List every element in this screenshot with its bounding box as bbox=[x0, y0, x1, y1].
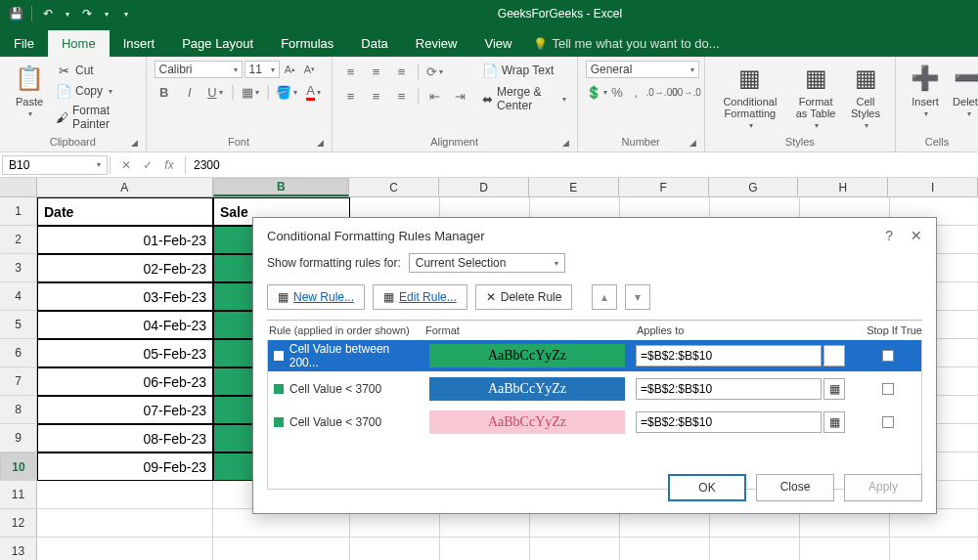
cell[interactable]: 04-Feb-23 bbox=[37, 311, 213, 339]
bold-button[interactable]: B bbox=[155, 81, 174, 103]
cell[interactable]: 01-Feb-23 bbox=[37, 226, 213, 254]
col-header-h[interactable]: H bbox=[798, 178, 888, 196]
col-header-g[interactable]: G bbox=[709, 178, 799, 196]
ok-button[interactable]: OK bbox=[668, 474, 746, 501]
align-left-icon[interactable]: ≡ bbox=[340, 85, 362, 107]
cell[interactable] bbox=[620, 538, 710, 560]
close-button[interactable]: Close bbox=[756, 474, 834, 501]
format-painter-button[interactable]: 🖌Format Painter bbox=[53, 102, 138, 133]
fx-icon[interactable]: fx bbox=[159, 158, 179, 172]
currency-icon[interactable]: 💲▾ bbox=[586, 81, 607, 103]
tab-review[interactable]: Review bbox=[402, 30, 471, 57]
row-header-11[interactable]: 11 bbox=[0, 481, 37, 509]
rule-row-2[interactable]: Cell Value < 3700 AaBbCcYyZz ▦ bbox=[268, 373, 921, 405]
row-header-2[interactable]: 2 bbox=[0, 226, 37, 254]
enter-formula-icon[interactable]: ✓ bbox=[138, 158, 157, 172]
tab-view[interactable]: View bbox=[470, 30, 525, 57]
row-header-4[interactable]: 4 bbox=[0, 282, 37, 311]
dialog-help-icon[interactable]: ? bbox=[885, 228, 893, 243]
row-header-3[interactable]: 3 bbox=[0, 254, 37, 282]
col-header-i[interactable]: I bbox=[888, 178, 978, 196]
row-header-6[interactable]: 6 bbox=[0, 339, 37, 367]
col-header-c[interactable]: C bbox=[349, 178, 439, 196]
cell[interactable]: 08-Feb-23 bbox=[37, 424, 213, 452]
number-dialog-launcher-icon[interactable]: ◢ bbox=[689, 138, 696, 148]
cell[interactable]: Date bbox=[37, 197, 213, 226]
range-selector-icon[interactable]: ▦ bbox=[823, 378, 845, 400]
cell[interactable]: 03-Feb-23 bbox=[37, 282, 213, 311]
rule-row-1[interactable]: Cell Value between 200... AaBbCcYyZz ▦ bbox=[268, 340, 921, 371]
tab-pagelayout[interactable]: Page Layout bbox=[168, 30, 267, 57]
stop-if-true-checkbox[interactable] bbox=[882, 383, 894, 395]
row-header-10[interactable]: 10 bbox=[0, 452, 37, 481]
align-top-icon[interactable]: ≡ bbox=[340, 61, 362, 82]
underline-button[interactable]: U▾ bbox=[205, 81, 225, 103]
cell[interactable]: 02-Feb-23 bbox=[37, 254, 213, 282]
redo-more-icon[interactable]: ▾ bbox=[99, 6, 114, 22]
paste-button[interactable]: 📋 Paste ▾ bbox=[8, 61, 51, 133]
cell[interactable]: 06-Feb-23 bbox=[37, 367, 213, 396]
tab-file[interactable]: File bbox=[0, 30, 48, 57]
tell-me[interactable]: 💡 Tell me what you want to do... bbox=[525, 30, 727, 57]
stop-if-true-checkbox[interactable] bbox=[882, 416, 894, 428]
insert-cells-button[interactable]: ➕Insert▾ bbox=[904, 61, 947, 120]
cell[interactable] bbox=[710, 538, 800, 560]
row-header-8[interactable]: 8 bbox=[0, 396, 37, 424]
shrink-font-icon[interactable]: A▾ bbox=[301, 61, 319, 78]
move-rule-down-button[interactable]: ▾ bbox=[625, 284, 650, 310]
increase-indent-icon[interactable]: ⇥ bbox=[450, 85, 471, 107]
row-header-5[interactable]: 5 bbox=[0, 311, 37, 339]
select-all-corner[interactable] bbox=[0, 178, 37, 196]
cell[interactable] bbox=[350, 538, 440, 560]
percent-icon[interactable]: % bbox=[609, 81, 626, 103]
cell[interactable] bbox=[890, 538, 978, 560]
delete-cells-button[interactable]: ➖Delete▾ bbox=[947, 61, 978, 120]
align-center-icon[interactable]: ≡ bbox=[366, 85, 387, 107]
number-format-select[interactable]: General▾ bbox=[586, 61, 699, 78]
italic-button[interactable]: I bbox=[180, 81, 200, 103]
copy-button[interactable]: 📄Copy▾ bbox=[53, 81, 138, 101]
cell-styles-button[interactable]: ▦Cell Styles▾ bbox=[844, 61, 887, 132]
applies-to-input[interactable] bbox=[636, 411, 822, 433]
tab-home[interactable]: Home bbox=[48, 30, 110, 57]
font-dialog-launcher-icon[interactable]: ◢ bbox=[317, 138, 324, 148]
conditional-formatting-button[interactable]: ▦Conditional Formatting▾ bbox=[713, 61, 788, 132]
col-header-a[interactable]: A bbox=[37, 178, 213, 196]
cancel-formula-icon[interactable]: ✕ bbox=[116, 158, 136, 172]
cell[interactable]: 09-Feb-23 bbox=[37, 452, 213, 481]
align-middle-icon[interactable]: ≡ bbox=[366, 61, 387, 82]
row-header-7[interactable]: 7 bbox=[0, 367, 37, 396]
edit-rule-button[interactable]: ▦Edit Rule... bbox=[373, 284, 467, 310]
range-selector-icon[interactable]: ▦ bbox=[823, 345, 845, 366]
row-header-1[interactable]: 1 bbox=[0, 197, 37, 226]
delete-rule-button[interactable]: ✕Delete Rule bbox=[475, 284, 573, 310]
cell[interactable]: 07-Feb-23 bbox=[37, 396, 213, 424]
col-header-e[interactable]: E bbox=[529, 178, 619, 196]
cell[interactable] bbox=[213, 538, 350, 560]
range-selector-icon[interactable]: ▦ bbox=[823, 411, 845, 433]
font-size-select[interactable]: 11▾ bbox=[244, 61, 280, 78]
merge-center-button[interactable]: ⬌Merge & Center▾ bbox=[479, 83, 569, 114]
row-header-13[interactable]: 13 bbox=[0, 538, 37, 560]
tab-data[interactable]: Data bbox=[347, 30, 401, 57]
move-rule-up-button[interactable]: ▴ bbox=[592, 284, 617, 310]
col-header-d[interactable]: D bbox=[439, 178, 529, 196]
undo-more-icon[interactable]: ▾ bbox=[60, 6, 75, 22]
align-bottom-icon[interactable]: ≡ bbox=[391, 61, 413, 82]
applies-to-input[interactable] bbox=[636, 345, 822, 366]
stop-if-true-checkbox[interactable] bbox=[882, 350, 894, 362]
cell[interactable] bbox=[37, 481, 213, 509]
orientation-icon[interactable]: ⟳▾ bbox=[424, 61, 446, 82]
row-header-12[interactable]: 12 bbox=[0, 509, 37, 538]
clipboard-dialog-launcher-icon[interactable]: ◢ bbox=[131, 138, 138, 148]
dialog-close-icon[interactable]: ✕ bbox=[911, 228, 922, 243]
tab-formulas[interactable]: Formulas bbox=[267, 30, 347, 57]
col-header-b[interactable]: B bbox=[213, 178, 350, 196]
decrease-decimal-icon[interactable]: .00→.0 bbox=[675, 81, 696, 103]
fill-color-button[interactable]: 🪣▾ bbox=[276, 81, 297, 103]
cell[interactable] bbox=[800, 538, 890, 560]
cell[interactable] bbox=[37, 509, 213, 538]
cell[interactable] bbox=[37, 538, 213, 560]
cell[interactable] bbox=[530, 538, 620, 560]
cut-button[interactable]: ✂Cut bbox=[53, 61, 138, 80]
